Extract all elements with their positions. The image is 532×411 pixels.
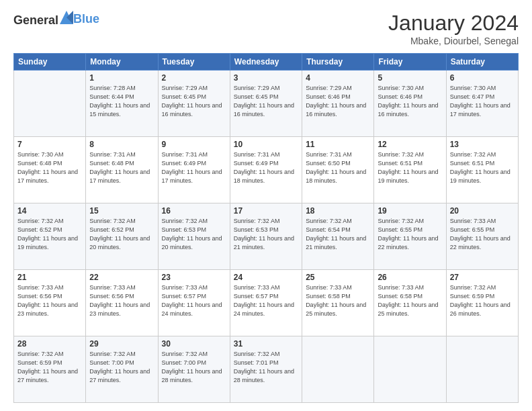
day-info: Sunrise: 7:30 AM Sunset: 6:48 PM Dayligh…	[17, 150, 82, 185]
table-cell: 20Sunrise: 7:33 AM Sunset: 6:55 PM Dayli…	[446, 203, 518, 270]
logo-blue-text: Blue	[73, 12, 99, 26]
day-info: Sunrise: 7:29 AM Sunset: 6:45 PM Dayligh…	[234, 84, 298, 119]
col-friday: Friday	[374, 54, 446, 71]
table-cell: 23Sunrise: 7:33 AM Sunset: 6:57 PM Dayli…	[158, 270, 230, 336]
table-cell: 10Sunrise: 7:31 AM Sunset: 6:49 PM Dayli…	[230, 137, 302, 203]
table-cell: 8Sunrise: 7:31 AM Sunset: 6:48 PM Daylig…	[86, 137, 158, 203]
header-row: Sunday Monday Tuesday Wednesday Thursday…	[14, 54, 519, 71]
day-number: 18	[306, 206, 370, 216]
table-cell: 29Sunrise: 7:32 AM Sunset: 7:00 PM Dayli…	[86, 336, 158, 403]
day-info: Sunrise: 7:32 AM Sunset: 6:53 PM Dayligh…	[162, 217, 226, 252]
day-info: Sunrise: 7:32 AM Sunset: 6:53 PM Dayligh…	[234, 217, 298, 252]
logo-general-text: General	[13, 13, 58, 27]
day-info: Sunrise: 7:32 AM Sunset: 6:52 PM Dayligh…	[89, 217, 154, 252]
day-number: 9	[162, 140, 226, 149]
day-number: 24	[234, 273, 298, 282]
table-row: 14Sunrise: 7:32 AM Sunset: 6:52 PM Dayli…	[14, 203, 519, 270]
day-number: 30	[162, 339, 226, 349]
table-cell: 15Sunrise: 7:32 AM Sunset: 6:52 PM Dayli…	[86, 203, 158, 270]
day-number: 19	[378, 206, 442, 216]
table-cell: 1Sunrise: 7:28 AM Sunset: 6:44 PM Daylig…	[86, 71, 158, 137]
table-cell: 13Sunrise: 7:32 AM Sunset: 6:51 PM Dayli…	[446, 137, 518, 203]
day-info: Sunrise: 7:33 AM Sunset: 6:56 PM Dayligh…	[89, 283, 154, 318]
table-cell	[374, 336, 446, 403]
day-info: Sunrise: 7:32 AM Sunset: 6:52 PM Dayligh…	[17, 217, 82, 252]
table-cell: 6Sunrise: 7:30 AM Sunset: 6:47 PM Daylig…	[446, 71, 518, 137]
day-number: 23	[162, 273, 226, 282]
table-cell: 11Sunrise: 7:31 AM Sunset: 6:50 PM Dayli…	[302, 137, 374, 203]
day-info: Sunrise: 7:30 AM Sunset: 6:47 PM Dayligh…	[450, 84, 515, 119]
day-number: 22	[89, 273, 154, 282]
day-info: Sunrise: 7:32 AM Sunset: 7:01 PM Dayligh…	[234, 350, 298, 385]
day-info: Sunrise: 7:32 AM Sunset: 7:00 PM Dayligh…	[162, 350, 226, 385]
day-info: Sunrise: 7:33 AM Sunset: 6:57 PM Dayligh…	[234, 283, 298, 318]
page: General Blue January 2024 Mbake, Diourbe…	[0, 0, 532, 411]
table-row: 7Sunrise: 7:30 AM Sunset: 6:48 PM Daylig…	[14, 137, 519, 203]
col-saturday: Saturday	[446, 54, 518, 71]
day-info: Sunrise: 7:32 AM Sunset: 6:51 PM Dayligh…	[378, 150, 442, 185]
table-cell: 5Sunrise: 7:30 AM Sunset: 6:46 PM Daylig…	[374, 71, 446, 137]
table-cell: 17Sunrise: 7:32 AM Sunset: 6:53 PM Dayli…	[230, 203, 302, 270]
month-title: January 2024	[388, 11, 519, 36]
day-info: Sunrise: 7:32 AM Sunset: 6:51 PM Dayligh…	[450, 150, 515, 185]
table-cell: 16Sunrise: 7:32 AM Sunset: 6:53 PM Dayli…	[158, 203, 230, 270]
day-info: Sunrise: 7:33 AM Sunset: 6:56 PM Dayligh…	[17, 283, 82, 318]
day-number: 3	[234, 73, 298, 83]
day-info: Sunrise: 7:33 AM Sunset: 6:55 PM Dayligh…	[450, 217, 515, 252]
col-sunday: Sunday	[14, 54, 86, 71]
table-row: 28Sunrise: 7:32 AM Sunset: 6:59 PM Dayli…	[14, 336, 519, 403]
table-cell: 28Sunrise: 7:32 AM Sunset: 6:59 PM Dayli…	[14, 336, 86, 403]
table-cell: 18Sunrise: 7:32 AM Sunset: 6:54 PM Dayli…	[302, 203, 374, 270]
day-number: 7	[17, 140, 82, 149]
table-cell: 9Sunrise: 7:31 AM Sunset: 6:49 PM Daylig…	[158, 137, 230, 203]
calendar-table: Sunday Monday Tuesday Wednesday Thursday…	[13, 53, 519, 403]
day-number: 8	[89, 140, 154, 149]
table-cell: 25Sunrise: 7:33 AM Sunset: 6:58 PM Dayli…	[302, 270, 374, 336]
day-info: Sunrise: 7:31 AM Sunset: 6:48 PM Dayligh…	[89, 150, 154, 185]
table-cell: 21Sunrise: 7:33 AM Sunset: 6:56 PM Dayli…	[14, 270, 86, 336]
day-number: 15	[89, 206, 154, 216]
day-info: Sunrise: 7:31 AM Sunset: 6:49 PM Dayligh…	[162, 150, 226, 185]
table-cell: 12Sunrise: 7:32 AM Sunset: 6:51 PM Dayli…	[374, 137, 446, 203]
col-thursday: Thursday	[302, 54, 374, 71]
table-cell: 4Sunrise: 7:29 AM Sunset: 6:46 PM Daylig…	[302, 71, 374, 137]
day-number: 31	[234, 339, 298, 349]
table-row: 21Sunrise: 7:33 AM Sunset: 6:56 PM Dayli…	[14, 270, 519, 336]
table-cell	[302, 336, 374, 403]
day-info: Sunrise: 7:33 AM Sunset: 6:58 PM Dayligh…	[306, 283, 370, 318]
table-cell: 2Sunrise: 7:29 AM Sunset: 6:45 PM Daylig…	[158, 71, 230, 137]
day-number: 14	[17, 206, 82, 216]
day-number: 20	[450, 206, 515, 216]
table-cell: 14Sunrise: 7:32 AM Sunset: 6:52 PM Dayli…	[14, 203, 86, 270]
table-cell: 26Sunrise: 7:33 AM Sunset: 6:58 PM Dayli…	[374, 270, 446, 336]
table-cell: 19Sunrise: 7:32 AM Sunset: 6:55 PM Dayli…	[374, 203, 446, 270]
day-number: 17	[234, 206, 298, 216]
day-number: 4	[306, 73, 370, 83]
day-info: Sunrise: 7:31 AM Sunset: 6:50 PM Dayligh…	[306, 150, 370, 185]
table-row: 1Sunrise: 7:28 AM Sunset: 6:44 PM Daylig…	[14, 71, 519, 137]
table-cell: 3Sunrise: 7:29 AM Sunset: 6:45 PM Daylig…	[230, 71, 302, 137]
location: Mbake, Diourbel, Senegal	[388, 36, 519, 46]
day-info: Sunrise: 7:31 AM Sunset: 6:49 PM Dayligh…	[234, 150, 298, 185]
day-number: 26	[378, 273, 442, 282]
day-number: 10	[234, 140, 298, 149]
day-info: Sunrise: 7:32 AM Sunset: 6:59 PM Dayligh…	[17, 350, 82, 385]
table-cell	[446, 336, 518, 403]
col-tuesday: Tuesday	[158, 54, 230, 71]
day-number: 21	[17, 273, 82, 282]
logo-icon	[60, 11, 73, 24]
day-number: 1	[89, 73, 154, 83]
table-cell	[14, 71, 86, 137]
day-number: 5	[378, 73, 442, 83]
day-info: Sunrise: 7:32 AM Sunset: 6:54 PM Dayligh…	[306, 217, 370, 252]
day-number: 29	[89, 339, 154, 349]
day-info: Sunrise: 7:33 AM Sunset: 6:58 PM Dayligh…	[378, 283, 442, 318]
col-wednesday: Wednesday	[230, 54, 302, 71]
day-number: 16	[162, 206, 226, 216]
day-number: 6	[450, 73, 515, 83]
table-cell: 31Sunrise: 7:32 AM Sunset: 7:01 PM Dayli…	[230, 336, 302, 403]
day-info: Sunrise: 7:30 AM Sunset: 6:46 PM Dayligh…	[378, 84, 442, 119]
day-info: Sunrise: 7:32 AM Sunset: 6:55 PM Dayligh…	[378, 217, 442, 252]
logo: General Blue	[13, 11, 99, 28]
day-info: Sunrise: 7:29 AM Sunset: 6:45 PM Dayligh…	[162, 84, 226, 119]
